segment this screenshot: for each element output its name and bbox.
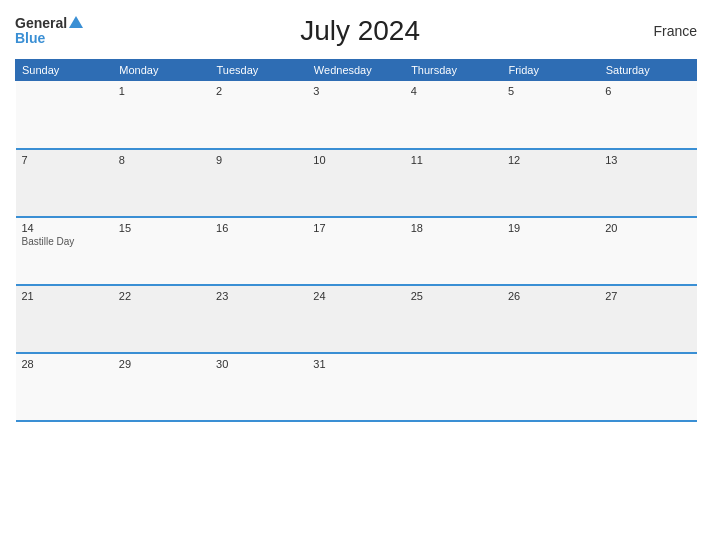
calendar-cell bbox=[502, 353, 599, 421]
logo-triangle-icon bbox=[69, 16, 83, 28]
calendar-cell: 9 bbox=[210, 149, 307, 217]
logo-general-text: General bbox=[15, 16, 67, 31]
day-number: 2 bbox=[216, 85, 301, 97]
calendar-cell: 4 bbox=[405, 81, 502, 149]
day-number: 13 bbox=[605, 154, 690, 166]
day-number: 21 bbox=[22, 290, 107, 302]
calendar-cell: 6 bbox=[599, 81, 696, 149]
calendar-cell: 22 bbox=[113, 285, 210, 353]
calendar-cell: 26 bbox=[502, 285, 599, 353]
logo: General Blue bbox=[15, 16, 83, 47]
day-number: 4 bbox=[411, 85, 496, 97]
calendar-cell: 29 bbox=[113, 353, 210, 421]
day-number: 11 bbox=[411, 154, 496, 166]
calendar-cell: 14Bastille Day bbox=[16, 217, 113, 285]
day-number: 9 bbox=[216, 154, 301, 166]
calendar-week-row: 28293031 bbox=[16, 353, 697, 421]
calendar-week-row: 78910111213 bbox=[16, 149, 697, 217]
calendar-body: 1234567891011121314Bastille Day151617181… bbox=[16, 81, 697, 421]
calendar-cell: 23 bbox=[210, 285, 307, 353]
day-number: 3 bbox=[313, 85, 398, 97]
day-number: 24 bbox=[313, 290, 398, 302]
day-number: 25 bbox=[411, 290, 496, 302]
day-number: 20 bbox=[605, 222, 690, 234]
calendar-cell: 31 bbox=[307, 353, 404, 421]
calendar-cell bbox=[405, 353, 502, 421]
day-event: Bastille Day bbox=[22, 236, 107, 247]
calendar-cell: 27 bbox=[599, 285, 696, 353]
day-number: 5 bbox=[508, 85, 593, 97]
weekday-sunday: Sunday bbox=[16, 60, 113, 81]
calendar-cell: 20 bbox=[599, 217, 696, 285]
calendar-cell: 24 bbox=[307, 285, 404, 353]
day-number: 18 bbox=[411, 222, 496, 234]
weekday-saturday: Saturday bbox=[599, 60, 696, 81]
day-number: 26 bbox=[508, 290, 593, 302]
day-number: 8 bbox=[119, 154, 204, 166]
calendar-cell: 15 bbox=[113, 217, 210, 285]
calendar-cell: 25 bbox=[405, 285, 502, 353]
calendar-week-row: 14Bastille Day151617181920 bbox=[16, 217, 697, 285]
weekday-wednesday: Wednesday bbox=[307, 60, 404, 81]
day-number: 16 bbox=[216, 222, 301, 234]
day-number: 7 bbox=[22, 154, 107, 166]
day-number: 31 bbox=[313, 358, 398, 370]
calendar-header-row: Sunday Monday Tuesday Wednesday Thursday… bbox=[16, 60, 697, 81]
logo-block: General Blue bbox=[15, 16, 83, 47]
calendar-cell: 7 bbox=[16, 149, 113, 217]
calendar-cell: 19 bbox=[502, 217, 599, 285]
calendar-cell: 3 bbox=[307, 81, 404, 149]
logo-blue-text: Blue bbox=[15, 31, 83, 46]
day-number: 29 bbox=[119, 358, 204, 370]
calendar-country: France bbox=[637, 23, 697, 39]
calendar-header: General Blue July 2024 France bbox=[15, 10, 697, 55]
calendar-cell bbox=[599, 353, 696, 421]
weekday-thursday: Thursday bbox=[405, 60, 502, 81]
calendar-title: July 2024 bbox=[83, 15, 637, 47]
day-number: 6 bbox=[605, 85, 690, 97]
calendar-week-row: 21222324252627 bbox=[16, 285, 697, 353]
day-number: 15 bbox=[119, 222, 204, 234]
weekday-row: Sunday Monday Tuesday Wednesday Thursday… bbox=[16, 60, 697, 81]
calendar-cell: 28 bbox=[16, 353, 113, 421]
day-number: 12 bbox=[508, 154, 593, 166]
calendar-cell: 21 bbox=[16, 285, 113, 353]
calendar-cell bbox=[16, 81, 113, 149]
day-number: 1 bbox=[119, 85, 204, 97]
weekday-friday: Friday bbox=[502, 60, 599, 81]
calendar-week-row: 123456 bbox=[16, 81, 697, 149]
calendar-cell: 10 bbox=[307, 149, 404, 217]
calendar-page: General Blue July 2024 France Sunday Mon… bbox=[0, 0, 712, 550]
weekday-tuesday: Tuesday bbox=[210, 60, 307, 81]
day-number: 23 bbox=[216, 290, 301, 302]
calendar-cell: 13 bbox=[599, 149, 696, 217]
calendar-cell: 30 bbox=[210, 353, 307, 421]
calendar-cell: 2 bbox=[210, 81, 307, 149]
day-number: 17 bbox=[313, 222, 398, 234]
calendar-cell: 8 bbox=[113, 149, 210, 217]
calendar-cell: 18 bbox=[405, 217, 502, 285]
calendar-cell: 16 bbox=[210, 217, 307, 285]
day-number: 14 bbox=[22, 222, 107, 234]
weekday-monday: Monday bbox=[113, 60, 210, 81]
logo-row1: General bbox=[15, 16, 83, 31]
day-number: 10 bbox=[313, 154, 398, 166]
day-number: 30 bbox=[216, 358, 301, 370]
calendar-cell: 1 bbox=[113, 81, 210, 149]
calendar-cell: 12 bbox=[502, 149, 599, 217]
day-number: 27 bbox=[605, 290, 690, 302]
calendar-cell: 11 bbox=[405, 149, 502, 217]
day-number: 28 bbox=[22, 358, 107, 370]
day-number: 22 bbox=[119, 290, 204, 302]
calendar-cell: 17 bbox=[307, 217, 404, 285]
day-number: 19 bbox=[508, 222, 593, 234]
calendar-table: Sunday Monday Tuesday Wednesday Thursday… bbox=[15, 59, 697, 422]
calendar-cell: 5 bbox=[502, 81, 599, 149]
